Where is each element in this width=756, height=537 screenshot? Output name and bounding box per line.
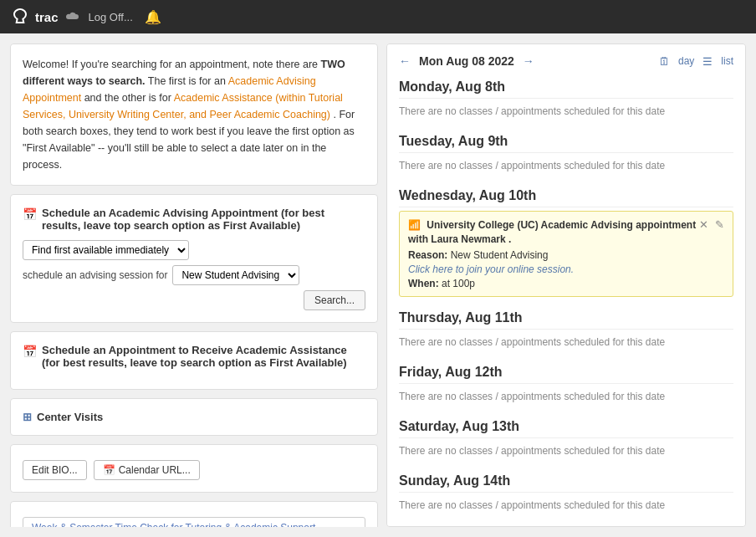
welcome-card: Welcome! If you're searching for an appo… bbox=[10, 43, 378, 186]
monday-heading: Monday, Aug 8th bbox=[399, 79, 733, 99]
thursday-heading: Thursday, Aug 11th bbox=[399, 310, 733, 330]
app-logo: trac bbox=[10, 7, 80, 27]
links-list: Week & Semester Time Check for Tutoring … bbox=[23, 517, 365, 527]
app-title: trac bbox=[35, 10, 59, 24]
list-view-icon: ☰ bbox=[702, 55, 713, 68]
assistance-card: 📅 Schedule an Appointment to Receive Aca… bbox=[10, 331, 378, 390]
calendar-url-button[interactable]: 📅 Calendar URL... bbox=[94, 460, 200, 480]
thursday-no-appt: There are no classes / appointments sche… bbox=[399, 333, 733, 351]
cal-view-toggle: 🗓 day ☰ list bbox=[659, 55, 733, 68]
right-panel: ← Mon Aug 08 2022 → 🗓 day ☰ list Monday,… bbox=[386, 43, 746, 527]
appt-join-link[interactable]: Click here to join your online session. bbox=[408, 263, 724, 275]
friday-no-appt: There are no classes / appointments sche… bbox=[399, 387, 733, 406]
wifi-icon: 📶 bbox=[408, 219, 421, 231]
day-saturday: Saturday, Aug 13th There are no classes … bbox=[399, 419, 733, 460]
day-view-icon: 🗓 bbox=[659, 55, 670, 68]
main-layout: Welcome! If you're searching for an appo… bbox=[0, 33, 756, 537]
link-item-1[interactable]: Week & Semester Time Check for Tutoring … bbox=[23, 517, 365, 527]
cal-list-view[interactable]: list bbox=[721, 55, 733, 67]
center-visits-label: Center Visits bbox=[37, 411, 103, 423]
logoff-link[interactable]: Log Off... bbox=[89, 11, 133, 23]
sunday-heading: Sunday, Aug 14th bbox=[399, 473, 733, 493]
appt-when: When: at 100p bbox=[408, 278, 724, 289]
appt-close-button[interactable]: ✕ bbox=[697, 218, 710, 231]
appt-actions: ✕ ✎ bbox=[697, 218, 726, 231]
left-panel: Welcome! If you're searching for an appo… bbox=[10, 43, 386, 527]
links-card: Week & Semester Time Check for Tutoring … bbox=[10, 501, 378, 527]
sunday-no-appt: There are no classes / appointments sche… bbox=[399, 496, 733, 514]
advising-dropdown2[interactable]: New Student Advising bbox=[172, 265, 299, 285]
calendar-header: ← Mon Aug 08 2022 → 🗓 day ☰ list bbox=[399, 54, 733, 68]
saturday-no-appt: There are no classes / appointments sche… bbox=[399, 442, 733, 460]
calendar-url-label: Calendar URL... bbox=[119, 464, 191, 476]
wednesday-heading: Wednesday, Aug 10th bbox=[399, 188, 733, 207]
bottom-buttons-row: Edit BIO... 📅 Calendar URL... bbox=[23, 460, 365, 480]
day-monday: Monday, Aug 8th There are no classes / a… bbox=[399, 79, 733, 120]
advising-card: 📅 Schedule an Academic Advising Appointm… bbox=[10, 194, 378, 323]
friday-heading: Friday, Aug 12th bbox=[399, 365, 733, 384]
cal-day-view[interactable]: day bbox=[678, 55, 694, 67]
advising-dropdown1[interactable]: Find first available immediately bbox=[23, 240, 189, 260]
tuesday-no-appt: There are no classes / appointments sche… bbox=[399, 156, 733, 175]
cal-nav: ← Mon Aug 08 2022 → bbox=[399, 54, 534, 68]
cal-next-arrow[interactable]: → bbox=[523, 54, 534, 68]
appt-title: 📶 University College (UC) Academic Advis… bbox=[408, 218, 724, 247]
assistance-cal-icon: 📅 bbox=[23, 345, 37, 358]
monday-no-appt: There are no classes / appointments sche… bbox=[399, 102, 733, 120]
advising-session-label: schedule an advising session for bbox=[23, 269, 167, 281]
cal-date-title: Mon Aug 08 2022 bbox=[419, 54, 514, 68]
saturday-heading: Saturday, Aug 13th bbox=[399, 419, 733, 438]
tuesday-heading: Tuesday, Aug 9th bbox=[399, 134, 733, 153]
center-visits-card: ⊞ Center Visits bbox=[10, 398, 378, 436]
notification-bell[interactable]: 🔔 bbox=[145, 9, 161, 25]
advising-form-row1: Find first available immediately bbox=[23, 240, 365, 260]
cal-icon-small: 📅 bbox=[103, 464, 115, 476]
appointment-card-wed: ✕ ✎ 📶 University College (UC) Academic A… bbox=[399, 211, 733, 297]
appt-edit-button[interactable]: ✎ bbox=[713, 218, 726, 231]
appt-reason: Reason: New Student Advising bbox=[408, 249, 724, 261]
welcome-text: Welcome! If you're searching for an appo… bbox=[23, 56, 365, 173]
cal-prev-arrow[interactable]: ← bbox=[399, 54, 411, 68]
day-thursday: Thursday, Aug 11th There are no classes … bbox=[399, 310, 733, 351]
assistance-section-title: 📅 Schedule an Appointment to Receive Aca… bbox=[23, 344, 365, 369]
day-tuesday: Tuesday, Aug 9th There are no classes / … bbox=[399, 134, 733, 175]
grid-icon: ⊞ bbox=[23, 411, 32, 423]
bottom-buttons-card: Edit BIO... 📅 Calendar URL... bbox=[10, 444, 378, 493]
calendar-icon: 📅 bbox=[23, 207, 37, 221]
day-wednesday: Wednesday, Aug 10th ✕ ✎ 📶 University Col… bbox=[399, 188, 733, 297]
advising-search-button[interactable]: Search... bbox=[304, 290, 365, 310]
edit-bio-button[interactable]: Edit BIO... bbox=[23, 460, 87, 480]
advising-form-row2: schedule an advising session for New Stu… bbox=[23, 265, 365, 285]
edit-bio-label: Edit BIO... bbox=[32, 464, 78, 476]
day-sunday: Sunday, Aug 14th There are no classes / … bbox=[399, 473, 733, 514]
advising-section-title: 📅 Schedule an Academic Advising Appointm… bbox=[23, 207, 365, 232]
logo-icon bbox=[10, 7, 30, 27]
cloud-icon bbox=[64, 11, 80, 23]
top-nav: trac Log Off... 🔔 bbox=[0, 0, 756, 33]
advising-search-row: Search... bbox=[23, 290, 365, 310]
center-visits-row: ⊞ Center Visits bbox=[23, 411, 365, 423]
day-friday: Friday, Aug 12th There are no classes / … bbox=[399, 365, 733, 406]
